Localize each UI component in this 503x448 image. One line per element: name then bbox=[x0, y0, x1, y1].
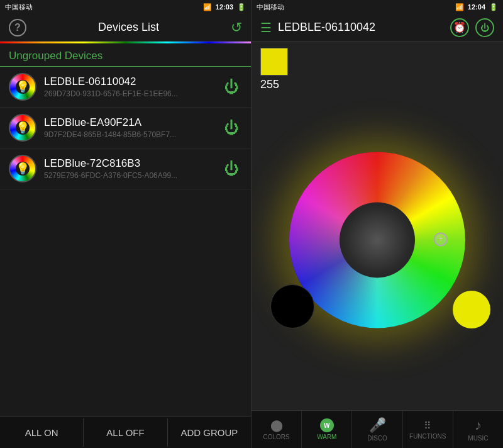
tab-music[interactable]: ♪ MUSIC bbox=[453, 411, 503, 448]
color-wheel-container[interactable]: + bbox=[289, 152, 465, 328]
wifi-icon-right: 📶 bbox=[455, 3, 464, 11]
device-item-0[interactable]: 💡 LEDBLE-06110042 269D73D0-931D-6576-EF1… bbox=[0, 67, 251, 108]
bulb-icon-1: 💡 bbox=[16, 121, 30, 135]
power-icon-symbol: ⏻ bbox=[480, 23, 489, 33]
functions-icon: ⠿ bbox=[424, 420, 431, 432]
carrier-left: 中国移动 bbox=[5, 3, 33, 12]
time-right: 12:04 bbox=[468, 3, 485, 11]
status-icons-left: 📶 12:03 🔋 bbox=[203, 3, 246, 11]
battery-icon-right: 🔋 bbox=[489, 3, 498, 11]
status-bar-left: 中国移动 📶 12:03 🔋 bbox=[0, 0, 251, 14]
device-name-1: LEDBlue-EA90F21A bbox=[44, 116, 222, 129]
music-icon: ♪ bbox=[475, 417, 482, 434]
refresh-button[interactable]: ↺ bbox=[231, 20, 242, 36]
right-power-button[interactable]: ⏻ bbox=[475, 18, 494, 37]
menu-icon[interactable]: ☰ bbox=[260, 20, 272, 35]
device-uuid-2: 5279E796-6FDC-A376-0FC5-A06A99... bbox=[44, 171, 222, 180]
bulb-icon-2: 💡 bbox=[16, 162, 30, 176]
help-button[interactable]: ? bbox=[9, 19, 26, 36]
disco-icon: 🎤 bbox=[369, 417, 386, 434]
header-left: ? Devices List ↺ bbox=[0, 14, 251, 42]
functions-label: FUNCTIONS bbox=[409, 433, 446, 440]
wifi-icon-left: 📶 bbox=[203, 3, 212, 11]
power-button-0[interactable]: ⏻ bbox=[222, 76, 242, 98]
color-main-area: 255 + bbox=[252, 42, 503, 410]
yellow-color-circle[interactable] bbox=[453, 291, 490, 328]
all-on-button[interactable]: ALL ON bbox=[0, 418, 84, 447]
bottom-bar-left: ALL ON ALL OFF ADD GROUP bbox=[0, 417, 251, 448]
warm-badge: W bbox=[320, 418, 334, 432]
tab-warm[interactable]: W WARM bbox=[302, 411, 352, 448]
status-icons-right: 📶 12:04 🔋 bbox=[455, 3, 498, 11]
color-selector-handle[interactable]: + bbox=[434, 232, 448, 246]
header-right: ☰ LEDBLE-06110042 ⏰ ⏻ bbox=[252, 14, 503, 42]
device-info-0: LEDBLE-06110042 269D73D0-931D-6576-EF1E-… bbox=[44, 76, 222, 98]
black-color-circle[interactable] bbox=[270, 284, 314, 328]
device-uuid-0: 269D73D0-931D-6576-EF1E-E1EE96... bbox=[44, 89, 222, 98]
device-list: 💡 LEDBLE-06110042 269D73D0-931D-6576-EF1… bbox=[0, 67, 251, 417]
alarm-button[interactable]: ⏰ bbox=[450, 18, 469, 37]
disco-label: DISCO bbox=[367, 435, 387, 442]
alarm-icon-symbol: ⏰ bbox=[453, 21, 466, 33]
device-item-2[interactable]: 💡 LEDBlue-72C816B3 5279E796-6FDC-A376-0F… bbox=[0, 148, 251, 189]
left-panel: 中国移动 📶 12:03 🔋 ? Devices List ↺ Ungroupe… bbox=[0, 0, 252, 448]
power-button-2[interactable]: ⏻ bbox=[222, 157, 242, 180]
device-icon-0: 💡 bbox=[9, 73, 36, 101]
music-label: MUSIC bbox=[468, 435, 488, 442]
bulb-icon-0: 💡 bbox=[16, 80, 30, 94]
device-info-2: LEDBlue-72C816B3 5279E796-6FDC-A376-0FC5… bbox=[44, 157, 222, 180]
brightness-value: 255 bbox=[260, 78, 279, 91]
page-title-left: Devices List bbox=[98, 21, 159, 34]
time-left: 12:03 bbox=[216, 3, 233, 11]
tab-bar: ⬤ COLORS W WARM 🎤 DISCO ⠿ FUNCTIONS ♪ MU… bbox=[252, 410, 503, 448]
device-item-1[interactable]: 💡 LEDBlue-EA90F21A 9D7F2DE4-865B-1484-85… bbox=[0, 108, 251, 148]
tab-colors[interactable]: ⬤ COLORS bbox=[252, 411, 302, 448]
color-wheel-outer[interactable]: + bbox=[289, 152, 465, 328]
add-group-button[interactable]: ADD GROUP bbox=[168, 418, 251, 447]
carrier-right: 中国移动 bbox=[257, 3, 284, 12]
color-wheel-inner bbox=[340, 202, 415, 277]
ungrouped-label: Ungrouped Devices bbox=[0, 43, 251, 67]
device-icon-2: 💡 bbox=[9, 155, 36, 182]
colors-label: COLORS bbox=[263, 434, 289, 440]
right-panel: 中国移动 📶 12:04 🔋 ☰ LEDBLE-06110042 ⏰ ⏻ 255… bbox=[252, 0, 503, 448]
device-uuid-1: 9D7F2DE4-865B-1484-85B6-570BF7... bbox=[44, 130, 222, 139]
device-name-0: LEDBLE-06110042 bbox=[44, 76, 222, 88]
device-info-1: LEDBlue-EA90F21A 9D7F2DE4-865B-1484-85B6… bbox=[44, 116, 222, 139]
battery-icon-left: 🔋 bbox=[237, 3, 246, 11]
device-icon-1: 💡 bbox=[9, 114, 36, 142]
all-off-button[interactable]: ALL OFF bbox=[84, 418, 167, 447]
warm-label: WARM bbox=[317, 434, 336, 440]
right-device-title: LEDBLE-06110042 bbox=[278, 21, 444, 34]
color-swatch[interactable] bbox=[260, 48, 288, 76]
tab-disco[interactable]: 🎤 DISCO bbox=[352, 411, 402, 448]
device-name-2: LEDBlue-72C816B3 bbox=[44, 157, 222, 170]
status-bar-right: 中国移动 📶 12:04 🔋 bbox=[252, 0, 503, 14]
power-button-1[interactable]: ⏻ bbox=[222, 116, 242, 139]
colors-icon: ⬤ bbox=[270, 418, 283, 432]
tab-functions[interactable]: ⠿ FUNCTIONS bbox=[403, 411, 453, 448]
